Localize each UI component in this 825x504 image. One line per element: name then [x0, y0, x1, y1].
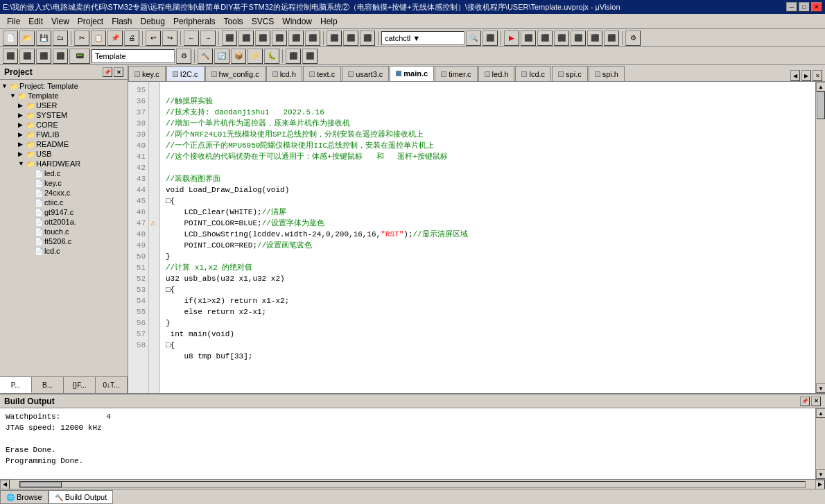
tree-item-system[interactable]: ▶ 📁 SYSTEM — [1, 110, 126, 120]
menu-edit[interactable]: Edit — [24, 15, 47, 28]
tree-item-user[interactable]: ▶ 📁 USER — [1, 101, 126, 110]
tb-btn-18[interactable]: ⬛ — [604, 31, 619, 46]
build-output-pin-button[interactable]: 📌 — [800, 397, 810, 406]
scroll-thumb[interactable] — [817, 92, 825, 119]
hscroll-right-button[interactable]: ▶ — [815, 480, 825, 489]
tree-item-usb[interactable]: ▶ 📁 USB — [1, 149, 126, 159]
tab-usart3-c[interactable]: usart3.c — [342, 66, 389, 81]
tab-books[interactable]: B... — [32, 377, 64, 393]
tab-hw-config-c[interactable]: hw_config.c — [205, 66, 266, 81]
device-icon[interactable]: 📟 — [69, 49, 90, 64]
tb-btn-14[interactable]: ⬛ — [537, 31, 553, 46]
tab-i2c-c[interactable]: I2C.c — [166, 66, 205, 81]
print-button[interactable]: 🖨 — [124, 31, 139, 46]
menu-file[interactable]: File — [3, 15, 24, 28]
tb2-btn-4[interactable]: ⬛ — [53, 49, 68, 64]
tab-close-button[interactable]: ✕ — [813, 70, 822, 81]
tab-projects[interactable]: P... — [0, 377, 32, 393]
tree-item-fwlib[interactable]: ▶ 📁 FWLIB — [1, 130, 126, 139]
tb2-btn-3[interactable]: ⬛ — [36, 49, 51, 64]
stop-button[interactable]: ⬛ — [521, 31, 536, 46]
cut-button[interactable]: ✂ — [74, 31, 89, 46]
tree-item-core[interactable]: ▶ 📁 CORE — [1, 120, 126, 130]
tree-item-project-root[interactable]: ▼ 📁 Project: Template — [1, 81, 126, 91]
tb-btn-17[interactable]: ⬛ — [587, 31, 602, 46]
tab-scroll-left-button[interactable]: ◀ — [790, 70, 800, 81]
tb-btn-6[interactable]: ⬛ — [238, 31, 254, 46]
maximize-button[interactable]: □ — [799, 2, 810, 12]
tb2-btn-flash[interactable]: ⚡ — [248, 49, 263, 64]
tb-btn-9[interactable]: ⬛ — [288, 31, 304, 46]
build-output-hscrollbar[interactable]: ◀ ▶ — [0, 479, 825, 489]
tree-item-gt9147-c[interactable]: 📄 gt9147.c — [1, 207, 126, 217]
tb-btn-13[interactable]: ⬛ — [360, 31, 375, 46]
menu-view[interactable]: View — [47, 15, 73, 28]
save-all-button[interactable]: 🗂 — [53, 31, 68, 46]
tab-functions[interactable]: {}F... — [64, 377, 96, 393]
tb-btn-search2[interactable]: ⬛ — [483, 31, 498, 46]
menu-debug[interactable]: Debug — [137, 15, 169, 28]
tab-led-h[interactable]: led.h — [478, 66, 515, 81]
tab-templates[interactable]: 0↓T... — [96, 377, 128, 393]
menu-project[interactable]: Project — [73, 15, 107, 28]
build-scroll-down-button[interactable]: ▼ — [816, 469, 825, 479]
tab-spi-c[interactable]: spi.c — [552, 66, 588, 81]
tab-timer-c[interactable]: timer.c — [435, 66, 477, 81]
scroll-track[interactable] — [816, 92, 825, 383]
minimize-button[interactable]: ─ — [786, 2, 797, 12]
tree-item-ctiic-c[interactable]: 📄 ctiic.c — [1, 198, 126, 207]
sidebar-pin-button[interactable]: 📌 — [103, 67, 112, 77]
menu-peripherals[interactable]: Peripherals — [169, 15, 220, 28]
nav-fwd-button[interactable]: → — [200, 31, 216, 46]
tab-lcd-c[interactable]: lcd.c — [515, 66, 551, 81]
build-scroll-track[interactable] — [816, 418, 825, 469]
undo-button[interactable]: ↩ — [146, 31, 161, 46]
tree-item-readme[interactable]: ▶ 📁 README — [1, 139, 126, 149]
tree-item-template[interactable]: ▼ 📁 Template — [1, 91, 126, 101]
menu-window[interactable]: Window — [278, 15, 316, 28]
tb-btn-search1[interactable]: 🔍 — [466, 31, 481, 46]
code-content[interactable]: //触摸屏实验 //技术支持: daodanjishui 2022.5.16 /… — [160, 82, 815, 393]
rebuild-btn[interactable]: 🔄 — [214, 49, 229, 64]
batch-btn[interactable]: 📦 — [231, 49, 246, 64]
tree-item-hardwear[interactable]: ▼ 📁 HARDWEAR — [1, 159, 126, 168]
sidebar-close-button[interactable]: ✕ — [114, 67, 123, 77]
target-dropdown[interactable]: Template — [92, 49, 175, 63]
settings-button[interactable]: ⚙ — [625, 31, 641, 46]
tree-item-ott2001a[interactable]: 📄 ott2001a. — [1, 217, 126, 227]
search-dropdown[interactable]: catchctl ▼ — [381, 31, 464, 45]
tb-btn-5[interactable]: ⬛ — [222, 31, 237, 46]
menu-flash[interactable]: Flash — [107, 15, 136, 28]
tb2-btn-2[interactable]: ⬛ — [19, 49, 35, 64]
menu-tools[interactable]: Tools — [220, 15, 248, 28]
tab-scroll-right-button[interactable]: ▶ — [801, 70, 811, 81]
build-output-close-button[interactable]: ✕ — [811, 397, 821, 406]
hscroll-track[interactable] — [19, 481, 806, 488]
open-button[interactable]: 📂 — [19, 31, 35, 46]
tb-btn-7[interactable]: ⬛ — [255, 31, 270, 46]
tb-btn-16[interactable]: ⬛ — [571, 31, 586, 46]
tb-btn-12[interactable]: ⬛ — [343, 31, 358, 46]
tab-text-c[interactable]: text.c — [303, 66, 341, 81]
hscroll-thumb[interactable] — [20, 482, 62, 487]
tab-lcd-h[interactable]: lcd.h — [266, 66, 302, 81]
menu-help[interactable]: Help — [316, 15, 342, 28]
tree-item-touch-c[interactable]: 📄 touch.c — [1, 227, 126, 236]
tree-item-24cxx-c[interactable]: 📄 24cxx.c — [1, 188, 126, 198]
build-btn[interactable]: 🔨 — [198, 49, 213, 64]
tb-btn-15[interactable]: ⬛ — [554, 31, 569, 46]
nav-back-button[interactable]: ← — [184, 31, 199, 46]
target-settings-button[interactable]: ⚙ — [176, 49, 191, 64]
hscroll-left-button[interactable]: ◀ — [0, 480, 10, 489]
tab-build-output[interactable]: 🔨 Build Output — [49, 490, 114, 504]
tb-btn-8[interactable]: ⬛ — [272, 31, 287, 46]
tab-browse[interactable]: 🌐 Browse — [0, 490, 49, 504]
menu-svcs[interactable]: SVCS — [248, 15, 279, 28]
tree-item-lcd-c[interactable]: 📄 lcd.c — [1, 246, 126, 256]
tb-btn-10[interactable]: ⬛ — [305, 31, 320, 46]
copy-button[interactable]: 📋 — [91, 31, 106, 46]
new-file-button[interactable]: 📄 — [3, 31, 18, 46]
code-vscrollbar[interactable]: ▲ ▼ — [815, 82, 825, 393]
tb2-btn-debug[interactable]: 🐛 — [264, 49, 279, 64]
save-button[interactable]: 💾 — [36, 31, 51, 46]
